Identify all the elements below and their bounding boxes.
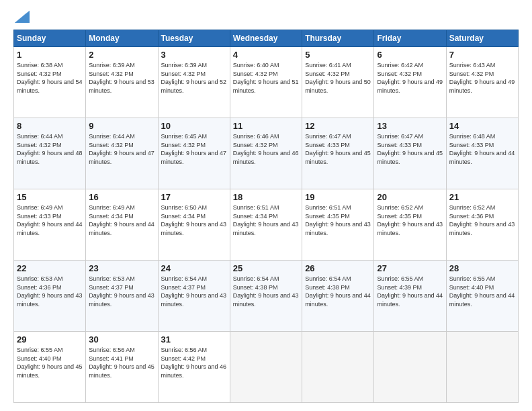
- calendar-cell: 31 Sunrise: 6:56 AMSunset: 4:42 PMDaylig…: [158, 332, 230, 403]
- day-header-monday: Monday: [86, 30, 158, 47]
- day-number: 15: [17, 192, 83, 202]
- calendar-cell: 13 Sunrise: 6:47 AMSunset: 4:33 PMDaylig…: [374, 118, 446, 189]
- day-number: 24: [161, 263, 227, 273]
- calendar-cell: 10 Sunrise: 6:45 AMSunset: 4:32 PMDaylig…: [158, 118, 230, 189]
- day-info: Sunrise: 6:52 AMSunset: 4:36 PMDaylight:…: [449, 204, 515, 236]
- day-info: Sunrise: 6:53 AMSunset: 4:37 PMDaylight:…: [89, 275, 154, 308]
- day-header-tuesday: Tuesday: [158, 30, 230, 47]
- day-header-sunday: Sunday: [14, 30, 86, 47]
- day-number: 27: [377, 263, 443, 273]
- day-info: Sunrise: 6:54 AMSunset: 4:38 PMDaylight:…: [233, 275, 299, 308]
- day-info: Sunrise: 6:41 AMSunset: 4:32 PMDaylight:…: [305, 62, 371, 94]
- day-header-wednesday: Wednesday: [230, 30, 302, 47]
- day-info: Sunrise: 6:40 AMSunset: 4:32 PMDaylight:…: [233, 62, 299, 94]
- calendar-cell: 3 Sunrise: 6:39 AMSunset: 4:32 PMDayligh…: [158, 47, 230, 118]
- calendar-cell: 17 Sunrise: 6:50 AMSunset: 4:34 PMDaylig…: [158, 189, 230, 261]
- day-number: 16: [89, 192, 154, 202]
- calendar-cell: 25 Sunrise: 6:54 AMSunset: 4:38 PMDaylig…: [230, 261, 302, 332]
- day-number: 7: [449, 50, 515, 60]
- logo: [13, 11, 30, 23]
- day-number: 23: [89, 263, 154, 273]
- calendar-cell: 30 Sunrise: 6:56 AMSunset: 4:41 PMDaylig…: [86, 332, 158, 403]
- day-info: Sunrise: 6:47 AMSunset: 4:33 PMDaylight:…: [305, 133, 371, 165]
- calendar-cell: 24 Sunrise: 6:54 AMSunset: 4:37 PMDaylig…: [158, 261, 230, 332]
- calendar-cell: 23 Sunrise: 6:53 AMSunset: 4:37 PMDaylig…: [86, 261, 158, 332]
- day-info: Sunrise: 6:48 AMSunset: 4:33 PMDaylight:…: [449, 133, 515, 165]
- day-info: Sunrise: 6:42 AMSunset: 4:32 PMDaylight:…: [377, 62, 443, 94]
- calendar-cell: 1 Sunrise: 6:38 AMSunset: 4:32 PMDayligh…: [14, 47, 86, 118]
- header: [13, 11, 519, 23]
- calendar-cell: 4 Sunrise: 6:40 AMSunset: 4:32 PMDayligh…: [230, 47, 302, 118]
- calendar-cell: 29 Sunrise: 6:55 AMSunset: 4:40 PMDaylig…: [14, 332, 86, 403]
- calendar-cell: 2 Sunrise: 6:39 AMSunset: 4:32 PMDayligh…: [86, 47, 158, 118]
- calendar-cell: [302, 332, 374, 403]
- calendar-cell: 14 Sunrise: 6:48 AMSunset: 4:33 PMDaylig…: [446, 118, 518, 189]
- day-info: Sunrise: 6:56 AMSunset: 4:41 PMDaylight:…: [89, 347, 154, 379]
- calendar-cell: [374, 332, 446, 403]
- calendar-table: SundayMondayTuesdayWednesdayThursdayFrid…: [13, 30, 519, 403]
- day-number: 11: [233, 121, 299, 131]
- calendar-cell: 21 Sunrise: 6:52 AMSunset: 4:36 PMDaylig…: [446, 189, 518, 261]
- day-number: 6: [377, 50, 443, 60]
- calendar-cell: 6 Sunrise: 6:42 AMSunset: 4:32 PMDayligh…: [374, 47, 446, 118]
- calendar-cell: [230, 332, 302, 403]
- day-number: 17: [161, 192, 227, 202]
- day-info: Sunrise: 6:45 AMSunset: 4:32 PMDaylight:…: [161, 133, 227, 165]
- calendar-cell: 15 Sunrise: 6:49 AMSunset: 4:33 PMDaylig…: [14, 189, 86, 261]
- day-number: 21: [449, 192, 515, 202]
- calendar-cell: 7 Sunrise: 6:43 AMSunset: 4:32 PMDayligh…: [446, 47, 518, 118]
- day-number: 8: [17, 121, 83, 131]
- calendar-cell: 11 Sunrise: 6:46 AMSunset: 4:32 PMDaylig…: [230, 118, 302, 189]
- calendar-cell: 26 Sunrise: 6:54 AMSunset: 4:38 PMDaylig…: [302, 261, 374, 332]
- week-row-1: 1 Sunrise: 6:38 AMSunset: 4:32 PMDayligh…: [14, 47, 519, 118]
- calendar-cell: 16 Sunrise: 6:49 AMSunset: 4:34 PMDaylig…: [86, 189, 158, 261]
- day-info: Sunrise: 6:55 AMSunset: 4:40 PMDaylight:…: [449, 275, 515, 308]
- calendar-cell: 28 Sunrise: 6:55 AMSunset: 4:40 PMDaylig…: [446, 261, 518, 332]
- day-number: 3: [161, 50, 227, 60]
- day-info: Sunrise: 6:55 AMSunset: 4:39 PMDaylight:…: [377, 275, 443, 308]
- calendar-cell: 18 Sunrise: 6:51 AMSunset: 4:34 PMDaylig…: [230, 189, 302, 261]
- day-number: 20: [377, 192, 443, 202]
- day-info: Sunrise: 6:38 AMSunset: 4:32 PMDaylight:…: [17, 62, 83, 94]
- calendar-cell: 27 Sunrise: 6:55 AMSunset: 4:39 PMDaylig…: [374, 261, 446, 332]
- day-number: 2: [89, 50, 154, 60]
- day-number: 31: [161, 334, 227, 345]
- day-info: Sunrise: 6:49 AMSunset: 4:34 PMDaylight:…: [89, 204, 154, 236]
- day-info: Sunrise: 6:50 AMSunset: 4:34 PMDaylight:…: [161, 204, 227, 236]
- page: SundayMondayTuesdayWednesdayThursdayFrid…: [0, 0, 532, 411]
- day-number: 18: [233, 192, 299, 202]
- day-info: Sunrise: 6:52 AMSunset: 4:35 PMDaylight:…: [377, 204, 443, 236]
- day-info: Sunrise: 6:44 AMSunset: 4:32 PMDaylight:…: [17, 133, 83, 165]
- day-number: 10: [161, 121, 227, 131]
- day-number: 9: [89, 121, 154, 131]
- calendar-cell: 5 Sunrise: 6:41 AMSunset: 4:32 PMDayligh…: [302, 47, 374, 118]
- svg-marker-1: [15, 11, 30, 23]
- day-number: 26: [305, 263, 371, 273]
- calendar-cell: 20 Sunrise: 6:52 AMSunset: 4:35 PMDaylig…: [374, 189, 446, 261]
- day-number: 14: [449, 121, 515, 131]
- day-info: Sunrise: 6:54 AMSunset: 4:38 PMDaylight:…: [305, 275, 371, 308]
- day-info: Sunrise: 6:47 AMSunset: 4:33 PMDaylight:…: [377, 133, 443, 165]
- day-number: 12: [305, 121, 371, 131]
- day-number: 30: [89, 334, 154, 345]
- day-number: 19: [305, 192, 371, 202]
- day-info: Sunrise: 6:46 AMSunset: 4:32 PMDaylight:…: [233, 133, 299, 165]
- day-info: Sunrise: 6:44 AMSunset: 4:32 PMDaylight:…: [89, 133, 154, 165]
- logo-icon: [15, 11, 30, 23]
- day-header-thursday: Thursday: [302, 30, 374, 47]
- day-info: Sunrise: 6:55 AMSunset: 4:40 PMDaylight:…: [17, 347, 83, 379]
- day-number: 22: [17, 263, 83, 273]
- day-number: 4: [233, 50, 299, 60]
- day-info: Sunrise: 6:51 AMSunset: 4:34 PMDaylight:…: [233, 204, 299, 236]
- day-header-friday: Friday: [374, 30, 446, 47]
- week-row-2: 8 Sunrise: 6:44 AMSunset: 4:32 PMDayligh…: [14, 118, 519, 189]
- calendar-cell: 9 Sunrise: 6:44 AMSunset: 4:32 PMDayligh…: [86, 118, 158, 189]
- day-info: Sunrise: 6:53 AMSunset: 4:36 PMDaylight:…: [17, 275, 83, 308]
- week-row-4: 22 Sunrise: 6:53 AMSunset: 4:36 PMDaylig…: [14, 261, 519, 332]
- day-number: 5: [305, 50, 371, 60]
- day-number: 13: [377, 121, 443, 131]
- day-info: Sunrise: 6:54 AMSunset: 4:37 PMDaylight:…: [161, 275, 227, 308]
- calendar-cell: 19 Sunrise: 6:51 AMSunset: 4:35 PMDaylig…: [302, 189, 374, 261]
- calendar-cell: [446, 332, 518, 403]
- calendar-header-row: SundayMondayTuesdayWednesdayThursdayFrid…: [14, 30, 519, 47]
